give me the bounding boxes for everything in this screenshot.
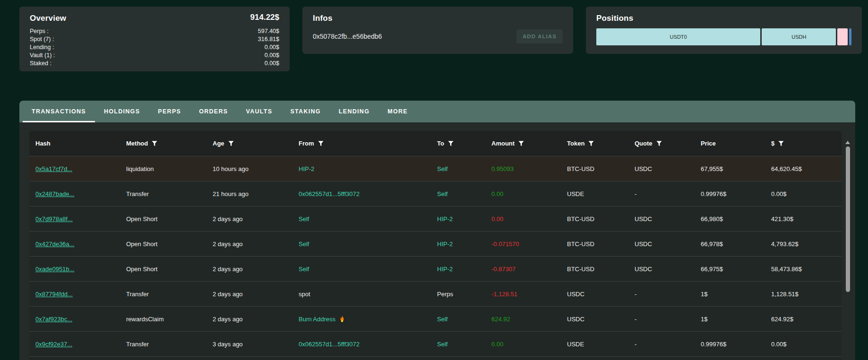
position-segment-usdt0[interactable]: USDT0 (596, 28, 760, 45)
to-link[interactable]: HIP-2 (431, 231, 485, 256)
tab-orders[interactable]: ORDERS (190, 101, 237, 122)
to-link[interactable]: HIP-2 (431, 206, 485, 231)
filter-icon[interactable] (518, 141, 524, 146)
table-row[interactable]: 0x5a17cf7d...liquidation10 hours agoHIP-… (29, 156, 842, 181)
main-panel: TRANSACTIONSHOLDINGSPERPSORDERSVAULTSSTA… (19, 101, 855, 360)
hash-link[interactable]: 0xade0951b... (29, 257, 120, 281)
scrollbar-thumb[interactable] (846, 146, 850, 292)
quote-cell-text: - (635, 190, 636, 197)
tab-transactions[interactable]: TRANSACTIONS (23, 101, 95, 122)
price-cell: 66,980$ (695, 206, 765, 231)
column-header-token: Token (561, 131, 628, 156)
token-cell-text: USDC (567, 316, 584, 323)
from-link[interactable]: 0x062557d1...5fff3072 (292, 332, 431, 356)
table-row[interactable]: 0x87794fdd...Transfer2 days agospotPerps… (29, 281, 842, 306)
position-segment-usdh[interactable]: USDH (762, 28, 836, 45)
age-cell-text: 21 hours ago (213, 190, 249, 197)
column-header-usd: $ (765, 131, 842, 156)
from-link-text: 0x062557d1...5fff3072 (299, 341, 360, 348)
top-cards-row: Overview 914.22$ Perps :597.40$Spot (7) … (0, 0, 868, 71)
quote-cell-text: USDC (635, 165, 652, 172)
hash-link[interactable]: 0x87794fdd... (29, 282, 120, 306)
tab-perps[interactable]: PERPS (149, 101, 190, 122)
position-segment[interactable] (837, 28, 847, 45)
from-link[interactable]: 0x062557d1...5fff3072 (292, 181, 431, 206)
hash-link-text: 0x87794fdd... (35, 291, 73, 298)
method-cell: liquidation (120, 156, 206, 181)
column-label: From (299, 140, 314, 147)
method-cell: Open Short (120, 257, 206, 281)
column-header-hash: Hash (29, 131, 120, 156)
usd-cell: 421.30$ (765, 206, 842, 231)
token-cell: BTC-USD (561, 257, 628, 281)
token-cell-text: USDE (567, 190, 584, 197)
tab-staking[interactable]: STAKING (281, 101, 329, 122)
table-row[interactable]: 0x427de36a...Open Short2 days agoSelfHIP… (29, 231, 842, 256)
overview-value: 0.00$ (265, 60, 279, 68)
filter-icon[interactable] (588, 141, 594, 146)
amount-cell: 0.95093 (485, 156, 561, 181)
column-header-amount: Amount (485, 131, 561, 156)
scrollbar-up-arrow-icon[interactable] (845, 141, 850, 144)
quote-cell-text: USDC (635, 240, 652, 248)
to-link[interactable]: HIP-2 (431, 257, 485, 281)
column-header-to: To (431, 131, 485, 156)
column-label: To (437, 140, 444, 147)
hash-link[interactable]: 0x2487bade... (29, 181, 120, 206)
table-scrollbar[interactable] (845, 131, 851, 360)
positions-title: Positions (596, 14, 851, 23)
from-link[interactable]: Self (292, 206, 431, 231)
tab-lending[interactable]: LENDING (330, 101, 378, 122)
method-cell: Transfer (120, 332, 206, 356)
column-label: Quote (635, 140, 653, 147)
filter-icon[interactable] (152, 141, 157, 146)
table-row[interactable]: 0x7af923bc...rewardsClaim2 days agoBurn … (29, 306, 842, 331)
to-link[interactable]: Self (431, 156, 485, 181)
filter-icon[interactable] (778, 141, 784, 146)
age-cell: 3 days ago (206, 332, 292, 356)
table-row[interactable]: 0x9cf92e37...Transfer3 days ago0x062557d… (29, 331, 842, 356)
filter-icon[interactable] (228, 141, 234, 146)
usd-cell: 64,620.45$ (765, 156, 842, 181)
table-row[interactable]: 0x2487bade...Transfer21 hours ago0x06255… (29, 181, 842, 206)
amount-cell: -1,128.51 (485, 282, 561, 306)
add-alias-button[interactable]: ADD ALIAS (516, 29, 563, 43)
price-cell-text: 0.99976$ (701, 341, 726, 348)
usd-cell-text: 624.92$ (771, 316, 793, 323)
hash-link[interactable]: 0x5a17cf7d... (29, 156, 120, 181)
age-cell: 2 days ago (206, 231, 292, 256)
price-cell-text: 66,978$ (701, 240, 723, 248)
hash-link[interactable]: 0x9cf92e37... (29, 332, 120, 356)
flame-icon (339, 316, 345, 322)
to-link[interactable]: Self (431, 181, 485, 206)
table-row[interactable]: 0x7d978a8f...Open Short2 days agoSelfHIP… (29, 206, 842, 231)
hash-link-text: 0x7af923bc... (35, 316, 72, 323)
transactions-panel: HashMethodAgeFromToAmountTokenQuotePrice… (19, 122, 855, 360)
to-link[interactable]: Self (431, 332, 485, 356)
quote-cell: - (628, 181, 695, 206)
overview-title: Overview (30, 14, 66, 23)
table-row[interactable] (29, 356, 842, 360)
to-link[interactable]: Self (431, 307, 485, 331)
hash-link[interactable]: 0x7d978a8f... (29, 206, 120, 231)
hash-link[interactable]: 0x7af923bc... (29, 307, 120, 331)
position-segment[interactable] (849, 28, 851, 45)
hash-link[interactable]: 0x427de36a... (29, 231, 120, 256)
table-body: 0x5a17cf7d...liquidation10 hours agoHIP-… (29, 156, 842, 360)
amount-cell-text: 0.95093 (491, 165, 514, 172)
infos-title: Infos (313, 14, 563, 23)
from-link[interactable]: HIP-2 (292, 156, 431, 181)
usd-cell-text: 58,473.86$ (771, 266, 802, 273)
from-link[interactable]: Self (292, 231, 431, 256)
hash-link-text: 0x9cf92e37... (35, 341, 72, 348)
filter-icon[interactable] (318, 141, 324, 146)
filter-icon[interactable] (656, 141, 662, 146)
tab-holdings[interactable]: HOLDINGS (95, 101, 149, 122)
tab-more[interactable]: MORE (378, 101, 417, 122)
tab-vaults[interactable]: VAULTS (237, 101, 281, 122)
from-link[interactable]: Self (292, 257, 431, 281)
filter-icon[interactable] (448, 141, 454, 146)
amount-cell: 0.00 (485, 181, 561, 206)
table-row[interactable]: 0xade0951b...Open Short2 days agoSelfHIP… (29, 256, 842, 281)
from-link[interactable]: Burn Address (292, 307, 431, 331)
